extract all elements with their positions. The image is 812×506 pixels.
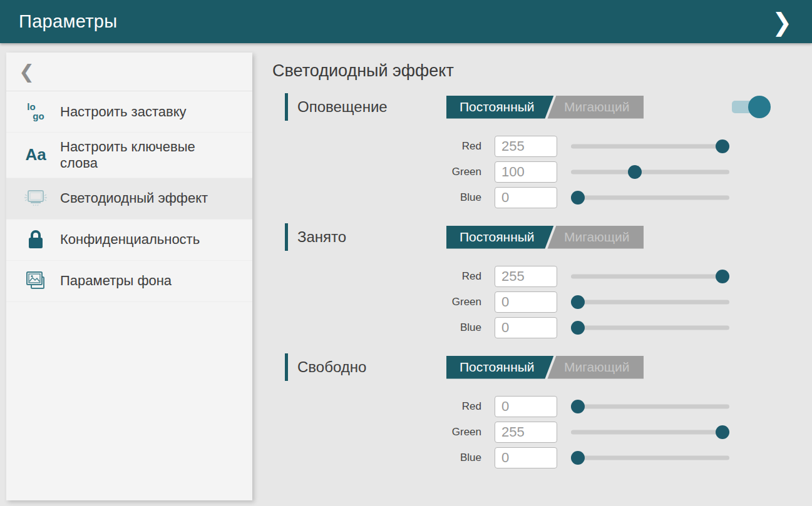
channel-label: Blue	[272, 452, 495, 464]
mode-option-blinking[interactable]: Мигающий	[545, 96, 644, 119]
section-notification: Оповещение Постоянный Мигающий Red	[272, 93, 812, 210]
sidebar-item-label: Параметры фона	[60, 273, 172, 289]
sidebar-item-privacy[interactable]: Конфиденциальность	[6, 220, 252, 261]
panel-title: Светодиодный эффект	[272, 61, 812, 81]
sidebar-back-button[interactable]: ❮	[6, 53, 252, 91]
slider-track	[571, 404, 729, 408]
section-title: Занято	[297, 228, 446, 246]
slider-track	[571, 455, 729, 460]
red-value-input[interactable]	[495, 136, 557, 157]
sidebar-item-label: Настроить ключевые слова	[60, 139, 220, 171]
sidebar: ❮ logo Настроить заставку Aa Настроить к…	[6, 53, 252, 500]
green-slider[interactable]	[571, 164, 729, 180]
sidebar-item-background[interactable]: Параметры фона	[6, 261, 252, 302]
green-value-input[interactable]	[495, 422, 557, 443]
red-slider[interactable]	[571, 399, 729, 414]
channel-label: Red	[272, 140, 495, 153]
led-effect-panel: Светодиодный эффект Оповещение Постоянны…	[272, 53, 812, 506]
channel-label: Red	[272, 270, 495, 283]
channel-label: Green	[272, 166, 495, 178]
channel-row-green: Green	[272, 159, 812, 185]
slider-thumb[interactable]	[628, 165, 642, 179]
switch-thumb	[748, 96, 771, 118]
channel-label: Green	[272, 426, 495, 438]
slider-track	[571, 300, 729, 304]
slider-thumb[interactable]	[571, 191, 585, 205]
mode-toggle-busy: Постоянный Мигающий	[446, 226, 644, 249]
channel-row-blue: Blue	[272, 315, 812, 340]
red-slider[interactable]	[571, 139, 729, 154]
red-value-input[interactable]	[495, 396, 557, 417]
blue-slider[interactable]	[571, 450, 729, 465]
sidebar-item-label: Светодиодный эффект	[60, 190, 208, 206]
channel-label: Blue	[272, 321, 495, 334]
settings-app: Параметры ❯ ❮ logo Настроить заставку Aa…	[0, 0, 812, 506]
channel-row-red: Red	[272, 263, 812, 289]
sidebar-item-led-effect[interactable]: Светодиодный эффект	[6, 178, 252, 220]
lock-icon	[21, 229, 50, 250]
green-value-input[interactable]	[495, 161, 557, 183]
sidebar-item-label: Настроить заставку	[60, 104, 187, 120]
channel-label: Red	[272, 400, 495, 413]
section-accent-bar	[285, 93, 288, 121]
app-header: Параметры ❯	[0, 0, 812, 43]
images-icon	[21, 270, 50, 291]
mode-option-blinking[interactable]: Мигающий	[545, 226, 644, 249]
slider-track	[571, 195, 729, 200]
red-slider[interactable]	[571, 269, 729, 284]
slider-track	[571, 170, 729, 174]
slider-track	[571, 430, 729, 434]
sidebar-item-keywords[interactable]: Aa Настроить ключевые слова	[6, 133, 252, 178]
slider-thumb[interactable]	[716, 139, 729, 153]
section-title: Свободно	[297, 358, 446, 376]
section-free: Свободно Постоянный Мигающий Red Green	[272, 353, 812, 470]
channel-row-red: Red	[272, 133, 812, 159]
slider-thumb[interactable]	[716, 270, 729, 283]
channel-row-green: Green	[272, 289, 812, 315]
green-slider[interactable]	[571, 295, 729, 310]
display-icon	[21, 188, 50, 208]
blue-slider[interactable]	[571, 190, 729, 205]
page-title: Параметры	[19, 11, 117, 32]
mode-option-constant[interactable]: Постоянный	[446, 96, 554, 119]
sidebar-item-splash-screen[interactable]: logo Настроить заставку	[6, 91, 252, 133]
channel-label: Blue	[272, 191, 495, 204]
blue-value-input[interactable]	[495, 187, 557, 208]
slider-thumb[interactable]	[716, 425, 729, 439]
blue-slider[interactable]	[571, 320, 729, 335]
logo-icon: logo	[21, 103, 50, 121]
red-value-input[interactable]	[495, 266, 557, 287]
slider-thumb[interactable]	[571, 400, 585, 413]
section-accent-bar	[285, 353, 288, 381]
mode-toggle-notification: Постоянный Мигающий	[446, 96, 644, 119]
forward-chevron-icon[interactable]: ❯	[767, 9, 797, 34]
channel-row-blue: Blue	[272, 445, 812, 470]
slider-track	[571, 325, 729, 330]
section-accent-bar	[285, 223, 288, 251]
sidebar-item-label: Конфиденциальность	[60, 231, 200, 248]
mode-option-blinking[interactable]: Мигающий	[545, 356, 644, 379]
mode-toggle-free: Постоянный Мигающий	[446, 356, 644, 379]
mode-option-constant[interactable]: Постоянный	[446, 356, 554, 379]
slider-thumb[interactable]	[571, 295, 585, 309]
channel-row-green: Green	[272, 419, 812, 445]
blue-value-input[interactable]	[495, 447, 557, 468]
channel-row-red: Red	[272, 393, 812, 419]
letters-icon: Aa	[21, 145, 50, 164]
slider-track	[571, 274, 729, 278]
slider-track	[571, 144, 729, 148]
mode-option-constant[interactable]: Постоянный	[446, 226, 554, 249]
slider-thumb[interactable]	[571, 321, 585, 335]
green-value-input[interactable]	[495, 291, 557, 313]
section-title: Оповещение	[297, 98, 446, 116]
back-chevron-icon: ❮	[19, 63, 34, 81]
green-slider[interactable]	[571, 425, 729, 440]
slider-thumb[interactable]	[571, 451, 585, 465]
channel-label: Green	[272, 296, 495, 308]
notification-enabled-switch[interactable]	[732, 100, 763, 114]
channel-row-blue: Blue	[272, 185, 812, 210]
blue-value-input[interactable]	[495, 317, 557, 338]
section-busy: Занято Постоянный Мигающий Red Green	[272, 223, 812, 340]
